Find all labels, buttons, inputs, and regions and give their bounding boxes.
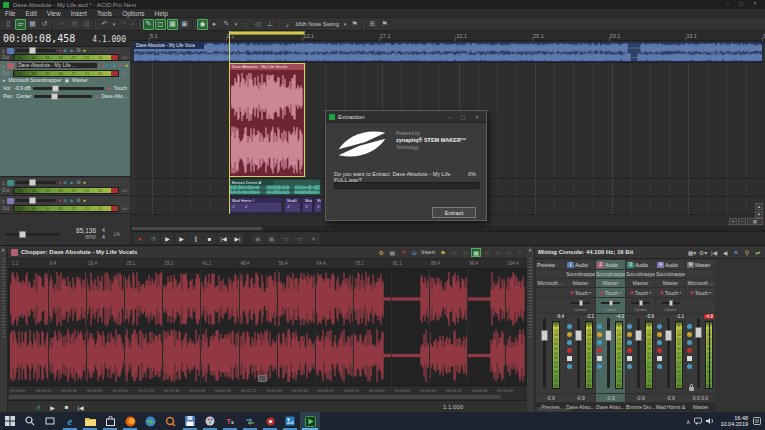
fx-icon[interactable]: ⚙ — [76, 198, 80, 203]
start-button[interactable] — [0, 412, 20, 430]
close-icon[interactable]: ✕ — [528, 247, 532, 253]
stop-button[interactable]: ■ — [203, 233, 216, 244]
chopper-dock-handle[interactable]: ✕ — [0, 246, 8, 412]
zoom-out-button[interactable]: − — [738, 218, 746, 225]
mixer-channel-bronze-dru-[interactable]: 3AudioSoundmapperMaster◉Touch▾Center6 12… — [626, 260, 655, 406]
redo-icon[interactable]: ↷ — [118, 19, 129, 30]
key-icon[interactable]: ♪A — [113, 230, 120, 237]
insert-track-icon[interactable]: ⇄ — [753, 248, 763, 257]
undo-icon[interactable]: ↶ — [99, 19, 110, 30]
taskbar-app-save-tool[interactable] — [180, 412, 200, 430]
fx-icon[interactable]: ⚙ — [76, 48, 80, 53]
solo-icon[interactable]: ▲ — [112, 63, 117, 68]
draw-tool-icon[interactable]: ✎ — [143, 19, 154, 30]
track4-volume-slider[interactable] — [16, 199, 56, 202]
stem-extract-icon[interactable]: ⊞ — [367, 19, 378, 30]
solo-icon[interactable]: ▲ — [69, 198, 74, 203]
fx-icon[interactable]: ⚙ — [76, 180, 80, 185]
go-to-start-button[interactable]: |◀ — [217, 233, 230, 244]
solo-icon[interactable]: ▲ — [69, 180, 74, 185]
channel-input[interactable]: Soundmapper — [656, 270, 685, 279]
pan-control[interactable]: Center — [566, 298, 595, 314]
open-icon[interactable]: ▱ — [15, 19, 26, 30]
menu-insert[interactable]: Insert — [66, 10, 92, 17]
chopper-stop-button[interactable]: ■ — [60, 402, 73, 413]
automation-mode[interactable]: ◉Touch▾ — [596, 288, 625, 298]
save-icon[interactable]: ▦ — [27, 19, 38, 30]
track4-header[interactable]: ≡ ● ◉ ▲ ⚙ ● Out 514539332721159 -Inf. — [0, 196, 130, 214]
taskbar-app-google-earth[interactable] — [140, 412, 160, 430]
loop-playback-button[interactable]: ↺ — [147, 233, 160, 244]
listen-icon[interactable]: ◁ — [252, 19, 263, 30]
play-from-start-button[interactable]: ▶ — [161, 233, 174, 244]
scroll-down-button[interactable]: ▼ — [755, 211, 763, 218]
swing-icon[interactable]: ♪ — [282, 19, 293, 30]
channel-output[interactable]: Microsoft ... — [686, 279, 715, 288]
window-titlebar[interactable]: Dave Absolute - My Life.acd * - ACID Pro… — [0, 0, 765, 9]
automation-icon[interactable]: ● — [83, 198, 86, 203]
envelope-tool-icon[interactable]: ◉ — [197, 19, 208, 30]
shift-right-icon[interactable]: ▭ — [515, 248, 525, 257]
volume-icon[interactable] — [706, 417, 715, 426]
play-button[interactable]: ▶ — [175, 233, 188, 244]
plugin-icon[interactable]: ⚑ — [379, 19, 390, 30]
sync-icon[interactable]: ↺ — [39, 19, 50, 30]
taskbar-app-photos[interactable] — [280, 412, 300, 430]
automation-icon[interactable]: ● — [83, 48, 86, 53]
volume-fader[interactable] — [697, 318, 700, 388]
taskbar-app-edge[interactable]: e — [60, 412, 80, 430]
mixer-channel-mad-horns-[interactable]: 4AudioSoundmapperMaster◉Touch▾Center6 12… — [656, 260, 685, 406]
close-icon[interactable]: ✕ — [1, 247, 5, 253]
record-button[interactable]: ● — [133, 233, 146, 244]
record-icon[interactable]: ● — [398, 248, 408, 257]
mixer-channel-preview[interactable]: PreviewMicrosoft ...6 12 18 24 30 36 42 … — [536, 260, 565, 406]
taskbar-app-file-explorer[interactable] — [80, 412, 100, 430]
spray-icon[interactable]: ◌ — [240, 19, 251, 30]
mixer-button[interactable]: ▣ — [265, 233, 278, 244]
mixer-channel-dave-abso-[interactable]: 1AudioSoundmapperMaster◉Touch▾Center6 12… — [566, 260, 595, 406]
lock-icon[interactable] — [689, 387, 694, 391]
pan-control[interactable] — [536, 298, 565, 314]
channel-fx-icons[interactable] — [657, 324, 662, 369]
menu-help[interactable]: Help — [150, 10, 173, 17]
menu-file[interactable]: File — [0, 10, 20, 17]
channel-name[interactable]: Dave Abso... — [596, 403, 625, 411]
undo-drop-icon[interactable]: ▾ — [111, 19, 117, 30]
flag-icon[interactable]: ⚑ — [438, 248, 448, 257]
channel-input[interactable]: Soundmapper — [596, 270, 625, 279]
insert-label[interactable]: Insert — [421, 249, 435, 255]
new-icon[interactable]: ▯ — [3, 19, 14, 30]
panel-b-button[interactable]: ▭ — [293, 233, 306, 244]
people-icon[interactable] — [694, 417, 702, 426]
channel-input[interactable]: Soundmapper — [566, 270, 595, 279]
channel-output[interactable]: Microsoft ... — [536, 279, 565, 288]
paste-icon[interactable]: ▨ — [81, 19, 92, 30]
clip-track4-horns[interactable]: Mad0♪ — [314, 197, 322, 213]
chopper-ruler[interactable]: 1.18.416.425.133.141.148.456.464.473.181… — [8, 259, 527, 269]
shift-left-icon[interactable]: ▭ — [504, 248, 514, 257]
clip-track4-horns[interactable]: Mad0♪ — [284, 197, 301, 213]
panel-a-button[interactable]: ▭ — [279, 233, 292, 244]
redo-drop-icon[interactable]: ▾ — [130, 19, 136, 30]
track3-volume-slider[interactable] — [16, 181, 56, 184]
taskbar-app-recorder[interactable] — [260, 412, 280, 430]
channel-output[interactable]: Master — [596, 279, 625, 288]
solo-icon[interactable]: ▲ — [69, 48, 74, 53]
chopper-header[interactable]: Chopper: Dave Absolute - My Life Vocals … — [8, 246, 527, 259]
vol-value[interactable]: -0,9 dB — [14, 85, 30, 91]
metronome-icon[interactable]: ⚑ — [349, 19, 360, 30]
chopper-go-start-button[interactable]: |◀ — [74, 402, 87, 413]
scroll-up-button[interactable]: ▲ — [755, 203, 763, 210]
time-display[interactable]: 00:00:08,458 4.1.000 — [0, 31, 130, 47]
mute-icon[interactable]: ◉ — [63, 48, 67, 53]
stem-icon[interactable]: ⊞ — [119, 63, 123, 68]
track1-volume-slider[interactable] — [16, 49, 56, 52]
pan-value[interactable]: Center — [16, 93, 31, 99]
channel-fx-icons[interactable] — [627, 324, 632, 369]
record-arm-icon[interactable]: ● — [58, 180, 61, 185]
metronome-button[interactable]: ◉ — [251, 233, 264, 244]
channel-fx-icons[interactable] — [567, 324, 572, 369]
select-tool-icon[interactable]: ◻ — [155, 19, 166, 30]
double-icon[interactable]: ▭ — [493, 248, 503, 257]
dialog-titlebar[interactable]: Extraction – ▢ ✕ — [326, 111, 486, 123]
